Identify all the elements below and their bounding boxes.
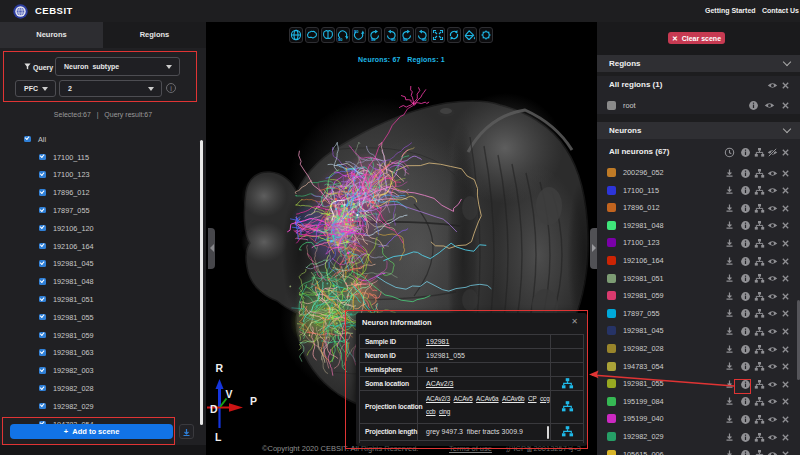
- svg-text:V: V: [226, 388, 233, 400]
- svg-text:D: D: [210, 403, 218, 415]
- svg-text:90: 90: [391, 37, 396, 42]
- svg-text:90: 90: [338, 37, 343, 42]
- svg-text:90: 90: [422, 37, 427, 42]
- svg-text:90: 90: [354, 29, 359, 34]
- svg-text:90: 90: [403, 37, 408, 42]
- svg-text:90: 90: [371, 37, 376, 42]
- svg-text:R: R: [216, 362, 224, 374]
- svg-text:L: L: [215, 431, 222, 443]
- svg-text:P: P: [250, 395, 257, 407]
